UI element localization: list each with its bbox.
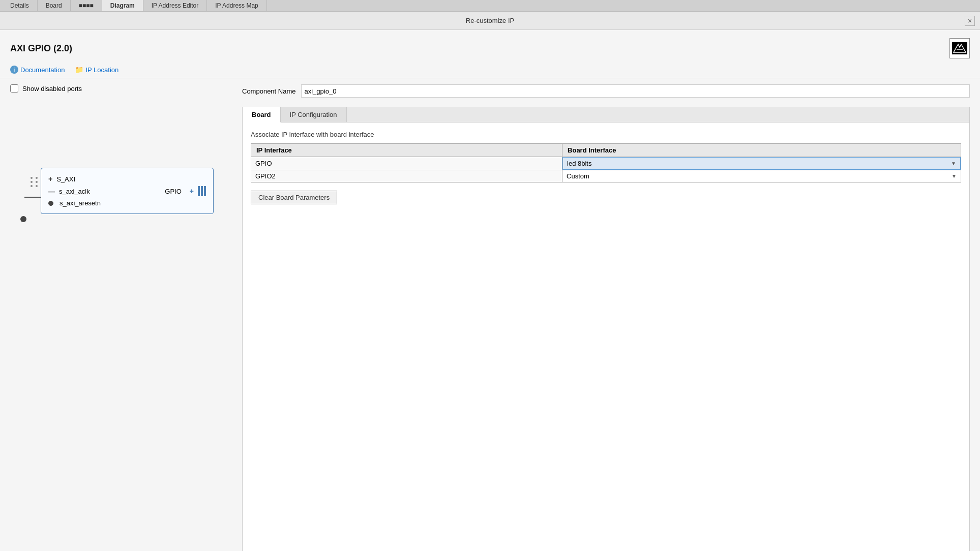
port-gpio-label: GPIO	[165, 188, 182, 195]
header-section: AXI GPIO (2.0)	[0, 30, 980, 64]
ip-interface-cell-gpio2: GPIO2	[251, 170, 562, 182]
tabs-header: Board IP Configuration	[243, 107, 969, 123]
ip-title: AXI GPIO (2.0)	[10, 43, 72, 54]
clear-board-parameters-button[interactable]: Clear Board Parameters	[251, 191, 337, 204]
ip-block: + S_AXI — s_axi_aclk GPIO +	[41, 168, 214, 214]
tab-board-content: Associate IP interface with board interf…	[243, 123, 969, 551]
port-s-axi-aresetn: s_axi_aresetn	[48, 198, 206, 208]
dropdown-arrow-icon: ▼	[952, 173, 957, 179]
ip-location-link[interactable]: 📁 IP Location	[75, 66, 118, 74]
board-interface-cell-gpio2[interactable]: Custom ▼	[562, 170, 961, 182]
table-row: GPIO2 Custom ▼	[251, 170, 961, 182]
diagram-area: + S_AXI — s_axi_aclk GPIO +	[10, 107, 234, 551]
table-row: GPIO led 8bits ▼	[251, 157, 961, 170]
gpio-bar	[201, 186, 203, 196]
tab-diagram[interactable]: Diagram	[102, 0, 143, 11]
port-s-axi-aclk: — s_axi_aclk GPIO +	[48, 185, 206, 198]
gpio-bars	[198, 186, 206, 196]
tab-icons[interactable]: ■■■■	[71, 0, 102, 11]
board-interface-select-gpio2[interactable]: Custom ▼	[562, 170, 961, 182]
tab-ip-address-map[interactable]: IP Address Map	[207, 0, 267, 11]
links-section: i Documentation 📁 IP Location	[0, 64, 980, 78]
dialog-title: Re-customize IP	[466, 17, 514, 24]
show-disabled-ports-checkbox[interactable]	[10, 84, 18, 93]
tab-board[interactable]: Board	[38, 0, 71, 11]
drag-handle[interactable]	[31, 177, 39, 187]
documentation-label: Documentation	[20, 66, 65, 74]
tab-details[interactable]: Details	[2, 0, 38, 11]
gpio-bar	[204, 186, 206, 196]
board-interface-select-gpio[interactable]: led 8bits ▼	[562, 157, 961, 170]
ip-interface-header: IP Interface	[251, 144, 562, 157]
port-s-axi-label: S_AXI	[56, 175, 206, 183]
dot	[36, 177, 38, 179]
board-interface-value-gpio2: Custom	[567, 172, 589, 180]
port-s-axi: + S_AXI	[48, 173, 206, 185]
component-name-input[interactable]	[301, 84, 970, 98]
content-area: Show disabled ports	[0, 78, 980, 551]
port-gpio-plus-icon: +	[190, 187, 194, 195]
dot	[31, 181, 33, 183]
tab-ip-address-editor[interactable]: IP Address Editor	[143, 0, 207, 11]
gpio-bar	[198, 186, 200, 196]
left-connector-circle	[20, 216, 26, 222]
tab-board[interactable]: Board	[243, 107, 281, 123]
main-container: AXI GPIO (2.0) i Documentation 📁 IP Loca…	[0, 30, 980, 551]
component-name-label: Component Name	[242, 87, 296, 95]
port-minus-icon: —	[48, 188, 55, 195]
interface-table: IP Interface Board Interface GPIO led 8b…	[251, 143, 961, 182]
tabs-container: Board IP Configuration Associate IP inte…	[242, 107, 970, 551]
port-aclk-label: s_axi_aclk	[59, 188, 161, 195]
folder-icon: 📁	[75, 66, 83, 74]
component-name-row: Component Name	[242, 84, 970, 98]
amd-logo-icon	[952, 42, 967, 54]
dot	[36, 185, 38, 187]
left-connector-minus	[24, 197, 42, 198]
port-aresetn-label: s_axi_aresetn	[60, 199, 206, 207]
dot	[31, 185, 33, 187]
port-circle-icon	[48, 201, 53, 206]
dot	[31, 177, 33, 179]
ip-interface-cell-gpio: GPIO	[251, 157, 562, 170]
port-plus-icon: +	[48, 175, 52, 183]
ip-location-label: IP Location	[85, 66, 118, 74]
tab-ip-configuration[interactable]: IP Configuration	[281, 107, 347, 122]
amd-logo	[949, 38, 970, 58]
show-disabled-ports-label: Show disabled ports	[22, 85, 82, 93]
dot	[36, 181, 38, 183]
show-ports-row: Show disabled ports	[10, 84, 234, 93]
top-tab-bar: Details Board ■■■■ Diagram IP Address Ed…	[0, 0, 980, 12]
board-interface-header: Board Interface	[562, 144, 961, 157]
dropdown-arrow-icon: ▼	[951, 161, 956, 166]
board-interface-value-gpio: led 8bits	[567, 160, 591, 167]
associate-text: Associate IP interface with board interf…	[251, 131, 961, 138]
info-icon: i	[10, 66, 18, 74]
left-panel: Show disabled ports	[10, 84, 234, 551]
right-panel: Component Name Board IP Configuration As…	[242, 84, 970, 551]
board-interface-cell-gpio[interactable]: led 8bits ▼	[562, 157, 961, 170]
title-bar: Re-customize IP ×	[0, 12, 980, 30]
close-button[interactable]: ×	[965, 16, 975, 26]
documentation-link[interactable]: i Documentation	[10, 66, 65, 74]
